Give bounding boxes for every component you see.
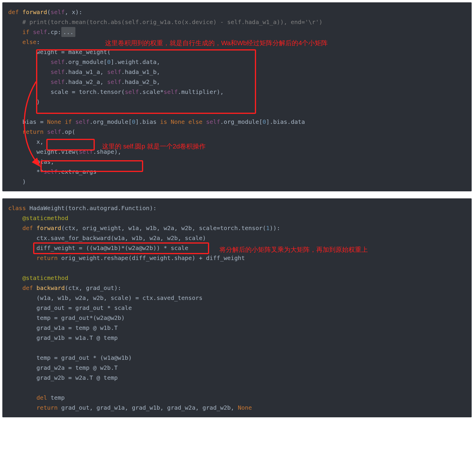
code-line	[2, 107, 472, 117]
code-block-forward: 这里卷积用到的权重，就是自行生成的，Wa和Wb经过矩阵分解后的4个小矩阵 这里的…	[2, 2, 472, 191]
code-line: def forward(self, x):	[2, 7, 472, 17]
code-line: def backward(ctx, grad_out):	[2, 283, 472, 293]
code-line: self.hada_w1_a, self.hada_w1_b,	[2, 67, 472, 77]
annotation-text-selfop: 这里的 self.圆p 就是一个2d卷积操作	[102, 141, 206, 152]
code-line: grad_out = grad_out * scale	[2, 303, 472, 313]
code-line: grad_w1a = temp @ w1b.T	[2, 323, 472, 333]
code-line	[2, 343, 472, 353]
code-line: ctx.save_for_backward(w1a, w1b, w2a, w2b…	[2, 233, 472, 243]
code-line: x,	[2, 137, 472, 147]
code-line: self.hada_w2_a, self.hada_w2_b,	[2, 77, 472, 87]
code-line: # print(torch.mean(torch.abs(self.orig_w…	[2, 17, 472, 27]
annotation-text-diffweight: 将分解后的小矩阵叉乘为大矩阵，再加到原始权重上	[219, 244, 368, 255]
code-line: bias = None if self.org_module[0].bias i…	[2, 117, 472, 127]
code-line: self.org_module[0].weight.data,	[2, 57, 472, 67]
code-line: scale = torch.tensor(self.scale*self.mul…	[2, 87, 472, 97]
code-line: (w1a, w1b, w2a, w2b, scale) = ctx.saved_…	[2, 293, 472, 303]
annotation-text-weights: 这里卷积用到的权重，就是自行生成的，Wa和Wb经过矩阵分解后的4个小矩阵	[105, 38, 328, 48]
code-line: )	[2, 177, 472, 187]
code-line: )	[2, 97, 472, 107]
code-line: class HadaWeight(torch.autograd.Function…	[2, 203, 472, 213]
code-line: @staticmethod	[2, 273, 472, 283]
code-line: del temp	[2, 393, 472, 403]
code-line: grad_w2a = temp @ w2b.T	[2, 363, 472, 373]
code-line: if self.cp:...	[2, 27, 472, 37]
code-line: temp = grad_out*(w2a@w2b)	[2, 313, 472, 323]
code-line: return grad_out, grad_w1a, grad_w1b, gra…	[2, 403, 472, 413]
code-line: bias,	[2, 157, 472, 167]
code-line: weight.view(self.shape),	[2, 147, 472, 157]
code-line	[2, 263, 472, 273]
code-line: temp = grad_out * (w1a@w1b)	[2, 353, 472, 363]
code-line: grad_w1b = w1a.T @ temp	[2, 333, 472, 343]
code-line: def forward(ctx, orig_weight, w1a, w1b, …	[2, 223, 472, 233]
code-line: return self.op(	[2, 127, 472, 137]
collapse-dots[interactable]: ...	[61, 27, 75, 37]
code-line: @staticmethod	[2, 213, 472, 223]
code-block-hadaweight: 将分解后的小矩阵叉乘为大矩阵，再加到原始权重上 class HadaWeight…	[2, 198, 472, 417]
code-line: grad_w2b = w2a.T @ temp	[2, 373, 472, 383]
code-line: **self.extra_args	[2, 167, 472, 177]
code-line	[2, 383, 472, 393]
